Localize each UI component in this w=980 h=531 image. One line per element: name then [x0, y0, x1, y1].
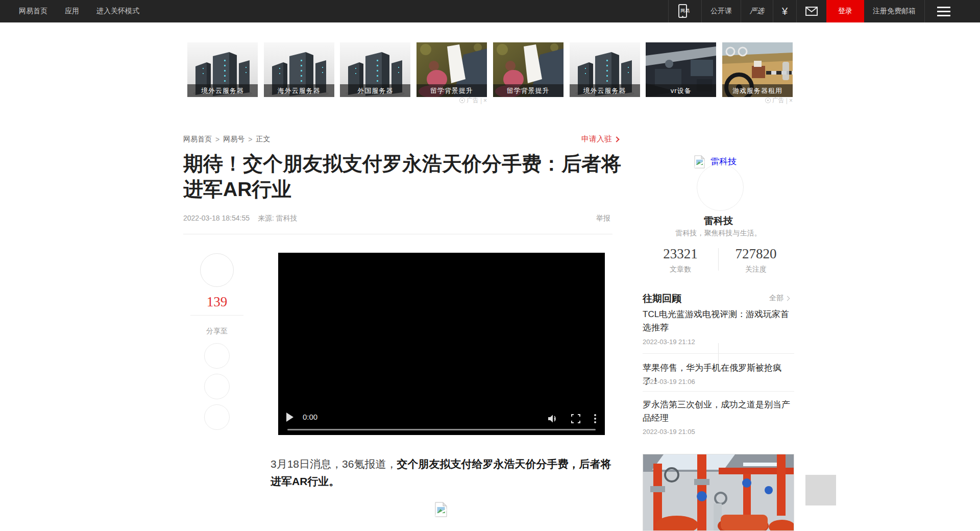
breadcrumb-current: 正文: [256, 135, 270, 144]
nav-home-link[interactable]: 网易首页: [19, 7, 47, 16]
ad-caption: 留学背景提升: [416, 84, 487, 97]
divider: [643, 353, 794, 354]
fullscreen-icon[interactable]: [571, 414, 580, 423]
breadcrumb-channel[interactable]: 网易号: [223, 135, 244, 144]
ad-caption: 境外云服务器: [570, 84, 640, 97]
apply-join-link[interactable]: 申请入驻: [581, 134, 619, 144]
article-title: 期待！交个朋友拟支付罗永浩天价分手费：后者将进军AR行业: [183, 151, 632, 202]
author-description: 雷科技，聚焦科技与生活。: [643, 229, 794, 238]
divider: [718, 248, 719, 271]
share-count: 139: [183, 294, 251, 310]
ad-badge[interactable]: 广告 | ×: [765, 96, 793, 105]
video-time: 0:00: [303, 413, 317, 421]
report-link[interactable]: 举报: [596, 214, 610, 223]
stat-articles: 23321 文章数: [643, 246, 718, 274]
ad-thumbnail[interactable]: 海外云服务器: [264, 42, 334, 97]
ad-info-icon: [765, 98, 771, 103]
ad-thumbnail[interactable]: 留学背景提升: [493, 42, 564, 97]
top-navigation-bar: 网易首页 应用 进入关怀模式 网易 公开课 严选 ¥ 登录 注册免费邮箱: [0, 0, 980, 22]
ad-badge[interactable]: 广告 | ×: [459, 96, 487, 105]
like-button[interactable]: [200, 253, 234, 287]
stat-followers: 727820 关注度: [718, 246, 794, 274]
video-controls-bar: 0:00: [278, 403, 605, 435]
play-icon[interactable]: [286, 413, 293, 422]
ad-caption: 境外云服务器: [187, 84, 258, 97]
history-item-date: 2022-03-19 21:12: [643, 338, 695, 346]
author-avatar[interactable]: [697, 164, 744, 211]
nav-app-link[interactable]: 应用: [65, 7, 79, 16]
nav-care-mode-link[interactable]: 进入关怀模式: [96, 7, 139, 16]
ad-banner-row: 境外云服务器 海外云服务器 外国服务器 留学背景提升 广告 | × 留学背景提升…: [187, 42, 793, 97]
ad-close-icon[interactable]: ×: [483, 97, 487, 104]
ad-thumbnail[interactable]: 留学背景提升 广告 | ×: [416, 42, 487, 97]
share-weibo-button[interactable]: [204, 374, 230, 399]
history-header: 往期回顾 全部: [643, 292, 794, 305]
ad-info-icon: [459, 98, 465, 103]
article-paragraph: 3月18日消息，36氪报道，交个朋友拟支付给罗永浩天价分手费，后者将进军AR行业…: [271, 455, 614, 490]
chevron-right-icon: [785, 296, 790, 301]
ad-caption: vr设备: [646, 84, 716, 97]
ad-thumbnail[interactable]: 外国服务器: [340, 42, 410, 97]
source: 来源: 雷科技: [258, 214, 298, 223]
video-player[interactable]: 0:00: [278, 253, 605, 435]
ad-thumbnail[interactable]: 游戏服务器租用 广告 | ×: [722, 42, 793, 97]
volume-icon[interactable]: [548, 414, 558, 423]
hamburger-menu-icon[interactable]: [925, 7, 950, 16]
topbar-right-nav: 网易 公开课 严选 ¥ 登录 注册免费邮箱: [668, 0, 950, 22]
fire-pumps-photo: [643, 454, 794, 530]
share-more-button[interactable]: [204, 404, 230, 430]
wallet-yuan-icon[interactable]: ¥: [773, 0, 796, 22]
overflow-menu-icon[interactable]: [594, 414, 597, 424]
author-name[interactable]: 雷科技: [643, 214, 794, 228]
share-to-label: 分享至: [183, 327, 251, 336]
mobile-app-button[interactable]: 网易: [669, 0, 701, 22]
article-meta: 2022-03-18 18:54:55 来源: 雷科技: [183, 214, 298, 223]
ad-thumbnail[interactable]: vr设备: [646, 42, 716, 97]
ad-close-icon[interactable]: ×: [789, 97, 793, 104]
breadcrumb: 网易首页 > 网易号 > 正文: [183, 135, 270, 144]
divider: [190, 315, 243, 316]
history-all-link[interactable]: 全部: [769, 294, 789, 303]
history-title: 往期回顾: [643, 293, 681, 304]
video-progress-bar[interactable]: [287, 429, 596, 430]
breadcrumb-home[interactable]: 网易首页: [183, 135, 212, 144]
ad-thumbnail[interactable]: 境外云服务器: [570, 42, 640, 97]
chevron-right-icon: [614, 136, 619, 142]
broken-image-icon: [694, 155, 705, 168]
divider: [643, 391, 794, 392]
register-mail-link[interactable]: 注册免费邮箱: [864, 0, 924, 22]
ad-caption: 游戏服务器租用: [722, 84, 793, 97]
divider: [183, 234, 612, 234]
broken-image-icon: [435, 502, 447, 517]
ad-thumbnail[interactable]: 境外云服务器: [187, 42, 258, 97]
yanxuan-link[interactable]: 严选: [740, 0, 773, 22]
phone-icon: 网易: [677, 4, 693, 19]
history-item-title[interactable]: 罗永浩第三次创业，成功之道是别当产品经理: [643, 398, 794, 425]
history-item-title[interactable]: TCL电光蓝游戏电视评测：游戏玩家首选推荐: [643, 308, 794, 334]
ad-caption: 海外云服务器: [264, 84, 334, 97]
history-item-date: 2022-03-19 21:05: [643, 428, 695, 436]
floating-widget-placeholder[interactable]: [805, 475, 836, 505]
history-item-date: 2022-03-19 21:06: [643, 378, 695, 385]
source-link[interactable]: 雷科技: [276, 214, 298, 222]
mail-icon[interactable]: [797, 0, 826, 22]
ad-caption: 留学背景提升: [493, 84, 564, 97]
open-course-link[interactable]: 公开课: [702, 0, 741, 22]
publish-datetime: 2022-03-18 18:54:55: [183, 214, 250, 223]
sidebar-ad-image[interactable]: [643, 454, 794, 531]
topbar-left-nav: 网易首页 应用 进入关怀模式: [19, 0, 139, 22]
share-wechat-button[interactable]: [204, 343, 230, 369]
login-button[interactable]: 登录: [826, 0, 864, 22]
ad-caption: 外国服务器: [340, 84, 410, 97]
